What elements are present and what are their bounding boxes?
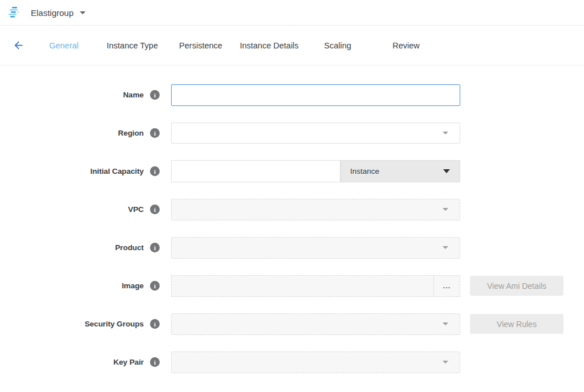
- app-header: Elastigroup: [0, 0, 584, 26]
- back-button[interactable]: [7, 34, 30, 57]
- image-browse-button[interactable]: ...: [433, 276, 460, 296]
- tab-review[interactable]: Review: [372, 41, 440, 50]
- chevron-down-icon: [443, 361, 448, 364]
- chevron-down-icon: [443, 132, 448, 134]
- security-groups-label: Security Groups: [84, 320, 144, 328]
- info-icon[interactable]: i: [150, 90, 160, 100]
- form-row-security-groups: Security Groups i View Rules: [0, 313, 584, 335]
- name-label: Name: [123, 91, 144, 99]
- view-ami-details-button[interactable]: View Ami Details: [470, 276, 563, 296]
- info-icon[interactable]: i: [150, 281, 160, 291]
- chevron-down-icon: [443, 208, 448, 211]
- tab-persistence[interactable]: Persistence: [167, 41, 235, 50]
- name-input[interactable]: [171, 84, 460, 106]
- capacity-unit-select[interactable]: Instance: [340, 160, 460, 182]
- image-input: ...: [171, 275, 460, 297]
- info-icon[interactable]: i: [150, 243, 160, 252]
- form-row-image: Image i ... View Ami Details: [0, 275, 584, 297]
- app-title: Elastigroup: [31, 8, 74, 18]
- form-row-product: Product i: [0, 236, 584, 259]
- chevron-down-icon: [443, 322, 448, 325]
- form-row-key-pair: Key Pair i: [0, 351, 584, 373]
- tab-instance-type[interactable]: Instance Type: [98, 41, 167, 50]
- image-value: [172, 276, 433, 296]
- region-select[interactable]: [171, 122, 460, 144]
- product-switcher[interactable]: Elastigroup: [31, 8, 86, 18]
- view-rules-button[interactable]: View Rules: [470, 314, 563, 334]
- product-label: Product: [115, 243, 144, 252]
- vpc-label: VPC: [128, 205, 144, 214]
- tab-scaling[interactable]: Scaling: [303, 41, 372, 50]
- info-icon[interactable]: i: [150, 205, 160, 214]
- vpc-select: [171, 199, 460, 220]
- chevron-down-icon: [80, 11, 86, 14]
- info-icon[interactable]: i: [150, 357, 160, 367]
- general-settings-form: Name i Region i Initial Capacity i Insta…: [0, 66, 584, 373]
- key-pair-label: Key Pair: [113, 358, 144, 366]
- wizard-tabs: General Instance Type Persistence Instan…: [30, 41, 440, 50]
- product-select: [171, 237, 460, 259]
- tab-instance-details[interactable]: Instance Details: [235, 41, 303, 50]
- wizard-tab-bar: General Instance Type Persistence Instan…: [0, 26, 584, 66]
- key-pair-select: [171, 352, 460, 373]
- initial-capacity-label: Initial Capacity: [90, 167, 144, 175]
- initial-capacity-input[interactable]: [171, 160, 340, 182]
- region-label: Region: [118, 129, 144, 137]
- form-row-name: Name i: [0, 84, 584, 106]
- image-label: Image: [121, 281, 144, 290]
- capacity-unit-value: Instance: [350, 167, 379, 175]
- elastigroup-logo-icon: [8, 6, 24, 19]
- arrow-left-icon: [13, 39, 25, 51]
- form-row-region: Region i: [0, 122, 584, 144]
- security-groups-select: [171, 313, 460, 335]
- chevron-down-icon: [443, 169, 450, 173]
- info-icon[interactable]: i: [150, 319, 160, 329]
- form-row-vpc: VPC i: [0, 198, 584, 220]
- info-icon[interactable]: i: [150, 166, 160, 176]
- chevron-down-icon: [443, 246, 448, 249]
- form-row-initial-capacity: Initial Capacity i Instance: [0, 160, 584, 182]
- info-icon[interactable]: i: [150, 128, 160, 138]
- tab-general[interactable]: General: [30, 41, 98, 50]
